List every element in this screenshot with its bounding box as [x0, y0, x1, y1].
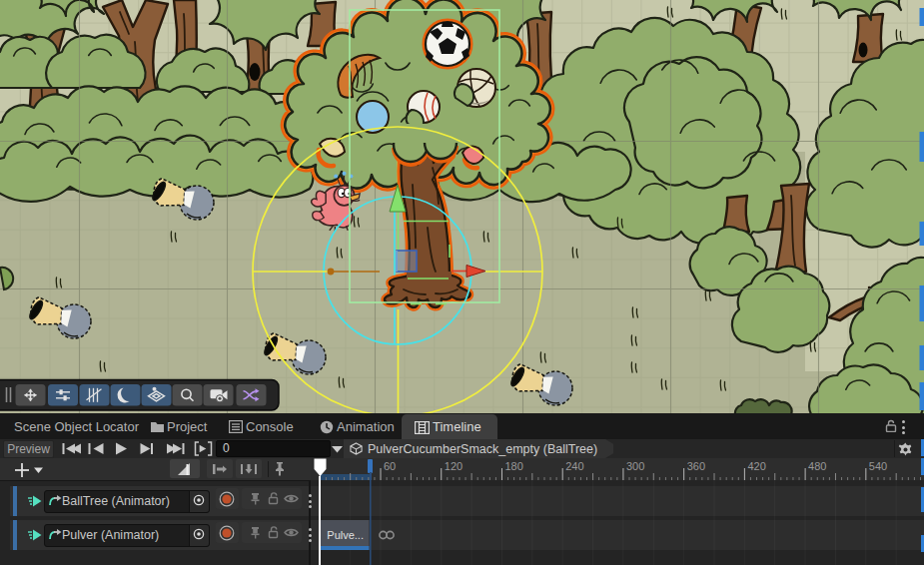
svg-text:60: 60: [384, 460, 396, 472]
svg-text:360: 360: [687, 460, 705, 472]
svg-text:120: 120: [445, 460, 462, 472]
svg-text:480: 480: [808, 460, 826, 472]
svg-text:240: 240: [565, 460, 583, 472]
svg-text:540: 540: [869, 460, 887, 472]
svg-text:300: 300: [626, 460, 644, 472]
svg-text:Pulve...: Pulve...: [327, 529, 364, 541]
svg-text:420: 420: [747, 460, 765, 472]
svg-text:180: 180: [505, 460, 523, 472]
